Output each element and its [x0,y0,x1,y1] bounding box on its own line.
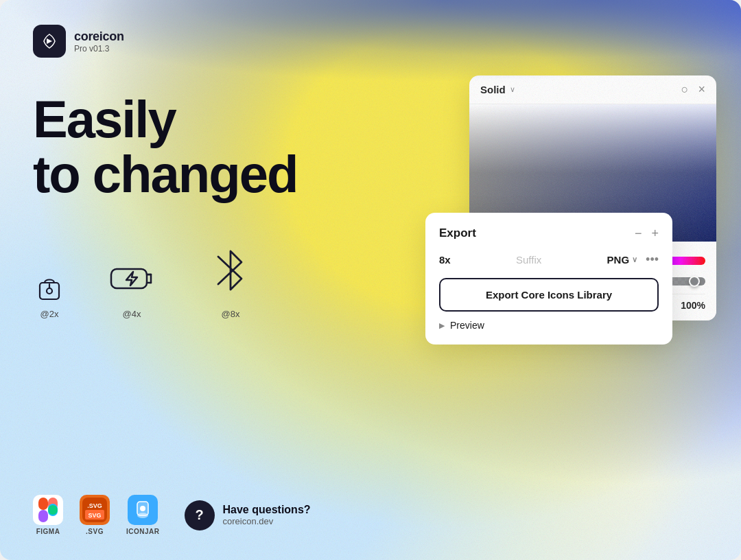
svg-point-18 [140,506,145,511]
icon-item-4x: @4x [107,254,156,319]
logo-icon [33,25,66,58]
iconjar-label: ICONJAR [126,528,160,535]
hero-line2: to changed [33,147,708,202]
export-more-button[interactable]: ••• [646,253,659,267]
question-section: ? Have questions? coreicon.dev [185,500,311,530]
question-icon: ? [185,500,215,530]
header: coreicon Pro v01.3 [33,25,708,58]
icon-item-2x: @2x [33,270,66,319]
export-preview-row[interactable]: ▶ Preview [439,320,659,331]
footer: FIGMA .SVG SVG .SVG [33,495,311,535]
app-version: Pro v01.3 [74,44,124,54]
preview-label: Preview [450,320,484,331]
export-suffix-placeholder: Suffix [459,254,599,266]
svg-icon: .SVG SVG [80,495,110,525]
svg-text:.SVG: .SVG [87,502,102,509]
svg-point-1 [47,288,52,294]
preview-chevron-icon: ▶ [439,321,445,330]
icon-label-8x: @8x [222,309,240,319]
export-header: Export − + [439,226,659,240]
export-format-dropdown[interactable]: PNG ∨ [607,254,638,266]
hero-section: Easily to changed [33,92,708,202]
export-header-controls: − + [635,227,659,240]
export-add-button[interactable]: + [651,227,659,240]
iconjar-icon [128,495,158,525]
export-format-value: PNG [607,254,630,266]
figma-icon [33,495,63,525]
export-minimize-button[interactable]: − [635,227,642,240]
bag-icon-small [33,270,66,303]
battery-icon-medium [107,254,156,303]
icon-label-2x: @2x [40,309,59,319]
svg-rect-3 [111,269,147,288]
hero-line1: Easily [33,92,708,147]
svg-badge-item: .SVG SVG .SVG [80,495,110,535]
svg-rect-7 [38,498,48,510]
svg-point-11 [48,505,58,515]
iconjar-badge: ICONJAR [126,495,160,535]
figma-label: FIGMA [36,528,60,535]
icon-item-8x: @8x [198,237,263,319]
bluetooth-icon-large [198,237,263,303]
logo-text: coreicon Pro v01.3 [74,30,124,54]
export-title: Export [439,226,476,240]
icon-label-4x: @4x [123,309,141,319]
svg-label: .SVG [86,528,104,535]
svg-text:SVG: SVG [88,512,101,519]
export-scale: 8x [439,254,451,266]
question-title: Have questions? [223,504,311,516]
app-name: coreicon [74,30,124,44]
hero-title: Easily to changed [33,92,708,202]
svg-rect-9 [38,510,48,522]
export-button[interactable]: Export Core Icons Library [439,278,659,312]
export-options-row: 8x Suffix PNG ∨ ••• [439,253,659,267]
figma-badge: FIGMA [33,495,63,535]
question-text: Have questions? coreicon.dev [223,504,311,526]
main-container: coreicon Pro v01.3 Easily to changed [0,0,741,560]
svg-point-17 [137,513,148,518]
export-panel: Export − + 8x Suffix PNG ∨ ••• Export Co… [425,213,672,345]
export-format-chevron-icon: ∨ [632,255,637,264]
question-subtitle: coreicon.dev [223,516,311,526]
